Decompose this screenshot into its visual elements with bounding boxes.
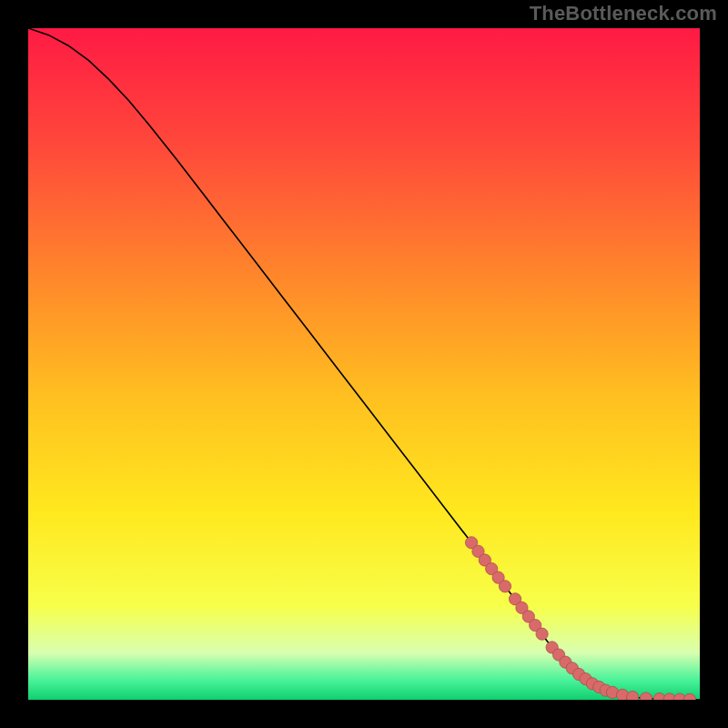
watermark-text: TheBottleneck.com: [530, 2, 717, 25]
marker-dot: [536, 628, 548, 640]
chart-plot: [28, 28, 700, 700]
chart-frame: TheBottleneck.com: [0, 0, 728, 728]
marker-dot: [627, 691, 639, 700]
marker-dot: [499, 581, 511, 592]
plot-background: [28, 28, 700, 700]
